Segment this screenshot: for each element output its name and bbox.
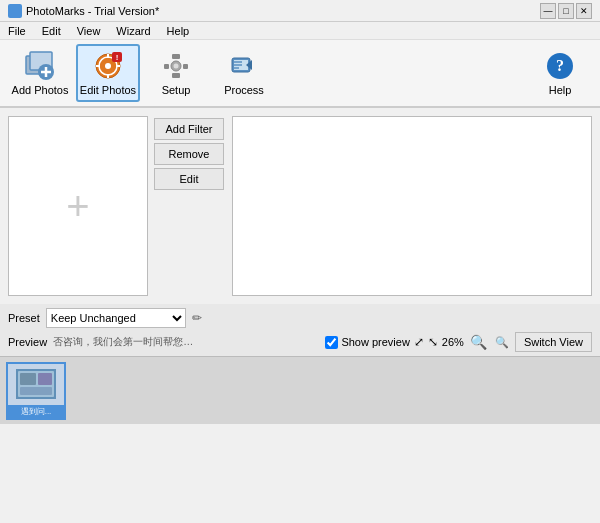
process-button[interactable]: Process [212,44,276,102]
preview-filename: 否咨询，我们会第一时间帮您解决.jpg [53,335,193,349]
menu-help[interactable]: Help [163,22,194,39]
app-title: PhotoMarks - Trial Version* [26,5,159,17]
add-filter-button[interactable]: Add Filter [154,118,224,140]
setup-label: Setup [162,84,191,96]
fit-icon[interactable]: ⤢ [414,335,424,349]
setup-button[interactable]: Setup [144,44,208,102]
preview-area [232,116,592,296]
close-button[interactable]: ✕ [576,3,592,19]
preset-label: Preset [8,312,40,324]
edit-button[interactable]: Edit [154,168,224,190]
edit-photos-label: Edit Photos [80,84,136,96]
zoom-out-button[interactable]: 🔍 [468,334,489,350]
thumbnail-item[interactable]: 遇到问... [6,362,66,420]
process-icon [228,50,260,82]
thumbnail-strip: 遇到问... [0,356,600,424]
window-controls: — □ ✕ [540,3,592,19]
menu-wizard[interactable]: Wizard [112,22,154,39]
thumbnail-label: 遇到问... [8,405,64,418]
zoom-in-button[interactable]: 🔍 [493,336,511,349]
add-photos-button[interactable]: Add Photos [8,44,72,102]
filter-controls: Add Filter Remove Edit [154,116,226,296]
edit-photos-button[interactable]: ! Edit Photos [76,44,140,102]
svg-rect-17 [183,64,188,69]
main-content: + Add Filter Remove Edit Preset Keep Unc… [0,108,600,424]
show-preview-label: Show preview [341,336,409,348]
zoom-percent: 26% [442,336,464,348]
menu-view[interactable]: View [73,22,105,39]
svg-text:!: ! [116,53,119,62]
preview-row: Preview 否咨询，我们会第一时间帮您解决.jpg Show preview… [8,332,592,352]
preset-row: Preset Keep Unchanged ✏ [8,308,592,328]
svg-rect-30 [20,373,36,385]
show-preview-checkbox[interactable] [325,336,338,349]
preview-controls: Show preview ⤢ ⤡ 26% 🔍 🔍 Switch View [325,332,592,352]
edit-photos-icon: ! [92,50,124,82]
show-preview-checkbox-label[interactable]: Show preview [325,336,409,349]
title-bar-left: PhotoMarks - Trial Version* [8,4,159,18]
svg-rect-15 [172,73,180,78]
menu-file[interactable]: File [4,22,30,39]
expand-icon[interactable]: ⤡ [428,335,438,349]
switch-view-button[interactable]: Switch View [515,332,592,352]
help-label: Help [549,84,572,96]
add-photos-icon [24,50,56,82]
remove-button[interactable]: Remove [154,143,224,165]
svg-point-7 [105,63,111,69]
preview-label: Preview [8,336,47,348]
svg-rect-32 [20,387,52,395]
svg-point-19 [174,64,179,69]
menu-edit[interactable]: Edit [38,22,65,39]
svg-rect-31 [38,373,52,385]
help-button[interactable]: ? Help [528,44,592,102]
menu-bar: File Edit View Wizard Help [0,22,600,40]
svg-rect-16 [164,64,169,69]
process-label: Process [224,84,264,96]
svg-text:?: ? [556,57,564,74]
toolbar: Add Photos ! Edit Photos [0,40,600,108]
restore-button[interactable]: □ [558,3,574,19]
minimize-button[interactable]: — [540,3,556,19]
svg-rect-14 [172,54,180,59]
edit-preset-icon[interactable]: ✏ [192,311,202,325]
thumbnail-image [8,364,64,405]
title-bar: PhotoMarks - Trial Version* — □ ✕ [0,0,600,22]
work-area: + Add Filter Remove Edit [0,108,600,304]
setup-icon [160,50,192,82]
add-photos-label: Add Photos [12,84,69,96]
preset-select[interactable]: Keep Unchanged [46,308,186,328]
filter-list: + [8,116,148,296]
bottom-bar: Preset Keep Unchanged ✏ Preview 否咨询，我们会第… [0,304,600,356]
app-icon [8,4,22,18]
plus-symbol: + [66,184,89,229]
help-icon: ? [544,50,576,82]
